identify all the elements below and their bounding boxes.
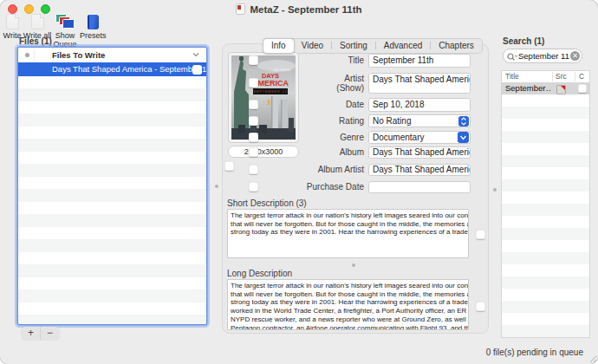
search-table-header: Title Src C [502,71,589,83]
column-divider [34,49,35,61]
document-icon [236,3,245,15]
search-results-table[interactable]: Title Src C September… [501,70,590,338]
column-c[interactable]: C [579,71,584,82]
genre-combo[interactable]: Documentary [368,131,471,144]
chevron-down-icon[interactable] [192,52,199,57]
column-title[interactable]: Title [505,71,519,82]
genre-label: Genre [227,131,364,144]
album-artist-checkbox[interactable] [249,165,258,174]
files-panel-header: Files (1) [19,36,52,46]
add-file-button[interactable]: + [22,327,41,340]
short-description-box[interactable]: The largest terror attack in our nation'… [227,209,469,258]
book-icon [88,15,99,29]
file-row-selected[interactable]: Days That Shaped America - September 11t… [18,62,206,76]
date-field[interactable]: Sep 10, 2018 [368,98,471,112]
remove-file-button[interactable]: − [41,327,59,340]
search-icon [507,53,517,62]
show-queue-button[interactable]: Show Queue [50,13,80,49]
rating-popup[interactable]: No Rating [368,114,471,127]
title-field[interactable]: September 11th [368,54,471,68]
tab-sorting[interactable]: Sorting [332,39,375,53]
search-query: September 11 [518,50,569,62]
metaz-window: MetaZ - September 11th Write Write all S… [0,0,598,364]
tab-chapters[interactable]: Chapters [431,39,482,53]
short-description-text: The largest terror attack in our nation'… [228,210,469,237]
rating-label: Rating [227,114,364,127]
column-src[interactable]: Src [556,71,567,82]
title-label: Title [227,54,364,68]
queue-status-text: 0 file(s) pending in queue [486,348,583,357]
long-description-label: Long Description [227,269,292,278]
combo-chevron-icon [458,132,469,143]
write-all-document-icon [31,14,44,29]
clear-search-icon[interactable]: ✕ [570,51,580,61]
date-label: Date [227,98,364,112]
purchase-date-field[interactable] [368,181,471,193]
genre-checkbox[interactable] [249,133,258,142]
presets-label: Presets [80,31,106,40]
source-site-icon [556,85,566,94]
title-checkbox[interactable] [249,55,258,65]
album-artist-field[interactable]: Days That Shaped America [368,164,471,176]
album-field[interactable]: Days That Shaped America [368,146,471,159]
tab-info[interactable]: Info [263,38,295,54]
column-divider [552,72,553,81]
file-row-title: Days That Shaped America - September 11t… [52,64,206,74]
search-empty-rows [502,94,589,337]
write-document-icon [6,14,19,29]
tab-advanced[interactable]: Advanced [376,39,430,53]
description-splitter-handle[interactable] [352,263,355,267]
search-result-title: September… [505,82,550,94]
add-remove-control: + − [22,327,59,340]
purchase-date-checkbox[interactable] [249,182,258,192]
short-description-checkbox[interactable] [476,230,485,239]
tab-video[interactable]: Video [294,39,331,53]
date-checkbox[interactable] [249,100,258,109]
status-dot-icon [25,53,29,57]
artist-show-label: Artist (Show) [322,73,364,93]
file-list-empty-rows [18,76,206,324]
file-list-header[interactable]: Files To Write [18,48,206,63]
purchase-date-label: Purchase Date [227,181,364,193]
search-result-checkbox[interactable] [578,84,587,93]
svg-text:SEPTEMBER 11: SEPTEMBER 11 [254,90,288,94]
column-divider [575,72,575,81]
file-list-column-title: Files To Write [52,48,105,62]
long-description-text: The largest terror attack in our nation'… [228,280,469,330]
presets-button[interactable]: Presets [80,13,106,40]
rating-checkbox[interactable] [249,116,258,126]
popup-stepper-icon [458,116,469,127]
left-splitter-handle[interactable] [215,185,218,188]
long-description-checkbox[interactable] [476,302,485,311]
artist-checkbox[interactable] [249,78,258,88]
short-description-label: Short Description (3) [227,198,307,208]
long-description-box[interactable]: The largest terror attack in our nation'… [227,279,469,330]
stacked-windows-icon [55,14,75,29]
file-list[interactable]: Files To Write Days That Shaped America … [18,48,206,324]
album-label: Album [227,146,364,159]
artist-show-field[interactable]: Days That Shaped America [368,73,471,94]
resize-grip[interactable] [588,354,596,362]
right-splitter-handle[interactable] [493,188,497,192]
window-title-text: MetaZ - September 11th [250,4,361,15]
search-input[interactable]: September 11 ✕ [503,49,582,63]
file-row-checkbox[interactable] [192,65,202,75]
album-artist-label: Album Artist [227,164,364,176]
search-result-row[interactable]: September… [502,82,589,94]
search-panel-header: Search (1) [503,36,544,46]
show-queue-label: Show Queue [50,31,80,49]
album-checkbox[interactable] [249,147,258,157]
